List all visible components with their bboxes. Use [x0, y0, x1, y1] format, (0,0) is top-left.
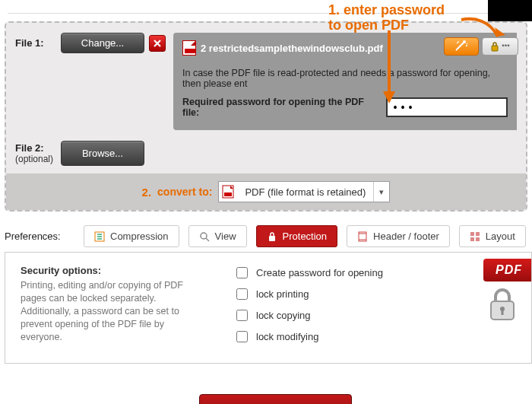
annotation-step1: 1. enter password to open PDF	[328, 2, 445, 33]
file1-label: File 1:	[15, 33, 61, 49]
tab-layout[interactable]: Layout	[459, 225, 526, 247]
file-panel: File 1: Change... 2 restrictedsamplethew…	[5, 21, 527, 212]
remove-file-button[interactable]	[149, 35, 166, 52]
convert-to-label: convert to:	[157, 186, 212, 198]
preferences-label: Preferences:	[5, 231, 74, 242]
annotation-step1-line1: 1. enter password	[328, 2, 445, 17]
convert-area: 3. Convert	[0, 394, 532, 404]
check-lock-copying[interactable]: lock copying	[233, 307, 383, 323]
step-2-marker: 2.	[142, 186, 152, 199]
check-lock-printing-box[interactable]	[236, 288, 248, 300]
file1-info-text: In case the PDF file is read-protected a…	[182, 68, 508, 89]
page-icon	[357, 231, 368, 242]
browse-file-button[interactable]: Browse...	[61, 141, 144, 166]
file1-filename: 2 restrictedsamplethewindowsclub.pdf	[201, 43, 383, 54]
check-lock-printing-label: lock printing	[256, 288, 309, 300]
svg-rect-2	[492, 46, 498, 51]
tab-view[interactable]: View	[188, 225, 247, 247]
convert-to-row: 2. convert to: PDF (file format is retai…	[6, 173, 526, 210]
svg-rect-14	[470, 237, 474, 241]
check-lock-modifying-label: lock modifying	[256, 331, 318, 342]
change-file-button[interactable]: Change...	[61, 33, 144, 53]
security-options-block: Security options: Printing, editing and/…	[5, 252, 532, 364]
pdf-badge-text: PDF	[483, 259, 531, 282]
lock-icon	[267, 231, 277, 242]
annotation-arrow-right	[460, 15, 505, 46]
security-options-title: Security options:	[21, 265, 203, 276]
svg-rect-4	[224, 192, 232, 196]
check-lock-copying-label: lock copying	[256, 310, 311, 321]
tab-layout-label: Layout	[486, 231, 515, 242]
svg-rect-12	[470, 232, 474, 236]
file2-label: File 2:	[15, 142, 61, 154]
svg-rect-13	[476, 232, 480, 236]
svg-line-7	[206, 238, 209, 241]
annotation-step1-line2: to open PDF	[328, 17, 409, 33]
chevron-down-icon[interactable]: ▾	[374, 187, 389, 197]
tab-compression[interactable]: Compression	[84, 225, 179, 247]
padlock-icon	[483, 285, 531, 323]
tab-protection-label: Protection	[283, 231, 328, 242]
password-label: Required password for opening the PDF fi…	[182, 97, 380, 118]
file2-optional: (optional)	[15, 154, 61, 164]
svg-point-6	[201, 233, 207, 239]
compression-icon	[94, 231, 105, 242]
pdf-icon	[182, 40, 196, 56]
magnifier-icon	[199, 231, 210, 242]
tab-header-footer[interactable]: Header / footer	[347, 225, 450, 247]
svg-rect-8	[269, 236, 275, 241]
check-lock-modifying[interactable]: lock modifying	[233, 329, 383, 345]
check-create-password-box[interactable]	[236, 267, 248, 278]
annotation-arrow-down	[380, 30, 403, 107]
tab-header-label: Header / footer	[373, 231, 439, 242]
check-create-password-label: Create password for opening	[256, 267, 383, 278]
convert-button[interactable]: Convert	[199, 394, 353, 404]
preferences-tabs: Preferences: Compression View Protection…	[5, 225, 527, 247]
file1-details-pane: 2 restrictedsamplethewindowsclub.pdf ***…	[173, 33, 517, 130]
check-lock-modifying-box[interactable]	[236, 331, 248, 342]
output-format-select[interactable]: PDF (file format is retained) ▾	[218, 181, 390, 202]
check-lock-printing[interactable]: lock printing	[233, 286, 383, 302]
file2-row: File 2: (optional) Browse...	[6, 130, 526, 173]
grid-icon	[470, 231, 480, 242]
password-input[interactable]	[386, 97, 508, 117]
pdf-lock-badge: PDF	[483, 259, 531, 323]
tab-protection[interactable]: Protection	[256, 225, 338, 247]
check-create-password[interactable]: Create password for opening	[233, 265, 383, 281]
svg-rect-15	[476, 237, 480, 241]
output-format-selected: PDF (file format is retained)	[237, 182, 374, 202]
check-lock-copying-box[interactable]	[236, 310, 248, 321]
pdf-format-icon	[219, 185, 237, 199]
file1-row: File 1: Change... 2 restrictedsamplethew…	[6, 23, 526, 130]
tab-view-label: View	[215, 231, 236, 242]
svg-rect-18	[502, 310, 504, 315]
tab-compression-label: Compression	[110, 231, 169, 242]
security-options-desc: Printing, editing and/or copying of PDF …	[21, 279, 203, 344]
